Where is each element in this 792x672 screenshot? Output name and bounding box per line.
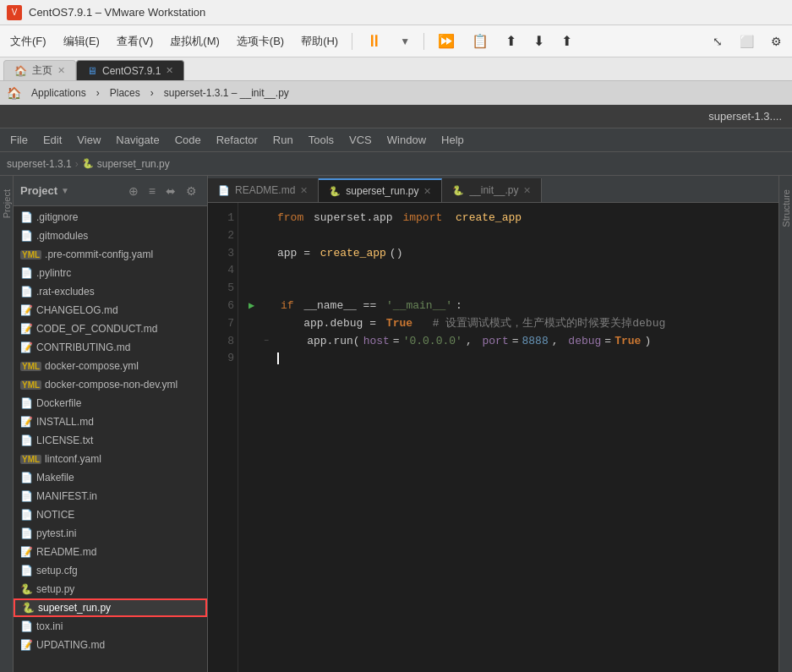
nav-places[interactable]: Places — [110, 87, 140, 99]
file-tree-item[interactable]: YMLdocker-compose.yml — [14, 357, 207, 375]
project-expand-icon[interactable]: ⬌ — [162, 183, 179, 199]
upload-icon[interactable]: ⬆ — [499, 30, 523, 52]
nav-applications[interactable]: Applications — [31, 87, 86, 99]
superset-run-tab-close[interactable]: ✕ — [423, 186, 431, 197]
file-tree-item[interactable]: 📄Makefile — [14, 468, 207, 487]
ide-tools[interactable]: Tools — [302, 130, 341, 150]
file-tree-item[interactable]: YMLdocker-compose-non-dev.yml — [14, 375, 207, 394]
project-locate-icon[interactable]: ⊕ — [125, 183, 142, 199]
project-dropdown-icon[interactable]: ▼ — [61, 186, 69, 195]
ide-vcs[interactable]: VCS — [342, 130, 379, 150]
file-tree-item[interactable]: YML.pre-commit-config.yaml — [14, 245, 207, 264]
upload2-icon[interactable]: ⬆ — [554, 30, 579, 52]
file-tree-item[interactable]: 📄Dockerfile — [14, 394, 207, 412]
fold-indicator[interactable]: − — [264, 335, 277, 348]
editor-area: 📄 README.md ✕ 🐍 superset_run.py ✕ 🐍 __in… — [208, 176, 778, 672]
md-icon: 📝 — [20, 639, 33, 651]
readme-tab-label: README.md — [235, 184, 295, 196]
file-tree-item[interactable]: YMLlintconf.yaml — [14, 450, 207, 468]
clipboard-icon[interactable]: 📋 — [465, 30, 495, 52]
breadcrumb-file-icon: 🐍 — [82, 158, 94, 169]
file-tree-item[interactable]: 📝CHANGELOG.md — [14, 301, 207, 320]
ide-edit[interactable]: Edit — [36, 130, 68, 150]
file-icon: 📄 — [20, 490, 33, 502]
file-tree-item[interactable]: 📄MANIFEST.in — [14, 487, 207, 505]
code-line-2 — [249, 227, 768, 245]
file-tree-item[interactable]: 📄LICENSE.txt — [14, 431, 207, 450]
file-tree-item[interactable]: 🐍setup.py — [14, 580, 207, 598]
file-tree-item[interactable]: 📄.gitignore — [14, 208, 207, 227]
home-tab-close[interactable]: ✕ — [57, 65, 65, 76]
readme-tab-close[interactable]: ✕ — [300, 185, 308, 196]
file-icon: 📄 — [20, 620, 33, 632]
structure-side-label[interactable]: Structure — [779, 183, 793, 234]
fullscreen-icon[interactable]: ⤡ — [706, 31, 729, 52]
file-tree-item[interactable]: 📄pytest.ini — [14, 524, 207, 543]
ide-window[interactable]: Window — [380, 130, 433, 150]
project-side-label[interactable]: Project — [0, 183, 14, 225]
project-settings-icon[interactable]: ⚙ — [183, 183, 200, 199]
file-tree-item[interactable]: 📄tox.ini — [14, 617, 207, 636]
ide-code[interactable]: Code — [168, 130, 208, 150]
file-tree-item[interactable]: 📝INSTALL.md — [14, 412, 207, 431]
resize-icon[interactable]: ⬜ — [733, 31, 761, 52]
download-icon[interactable]: ⬇ — [527, 30, 551, 52]
nav-file[interactable]: superset-1.3.1 – __init__.py — [164, 87, 289, 99]
ide-run[interactable]: Run — [266, 130, 300, 150]
centos-tab-icon: 🖥 — [87, 65, 97, 77]
file-tree-item[interactable]: 📄.gitmodules — [14, 227, 207, 245]
file-icon: 📄 — [20, 509, 33, 521]
ide-help[interactable]: Help — [434, 130, 471, 150]
file-tree-item[interactable]: 📝CONTRIBUTING.md — [14, 338, 207, 357]
file-tree-item[interactable]: 📝CODE_OF_CONDUCT.md — [14, 320, 207, 338]
ide-navigate[interactable]: Navigate — [109, 130, 166, 150]
file-name: .pre-commit-config.yaml — [45, 249, 153, 260]
init-tab-close[interactable]: ✕ — [523, 185, 531, 196]
menu-vm[interactable]: 虚拟机(M) — [163, 30, 227, 52]
centos-tab-close[interactable]: ✕ — [166, 65, 173, 76]
menu-edit[interactable]: 编辑(E) — [57, 30, 107, 52]
breadcrumb-project[interactable]: superset-1.3.1 — [7, 158, 72, 170]
arrow-dropdown[interactable]: ▼ — [393, 32, 417, 51]
file-tree-item[interactable]: 📝README.md — [14, 543, 207, 561]
code-line-7: app.debug = True # 设置调试模式，生产模式的时候要关掉debu… — [249, 315, 768, 333]
menu-tabs[interactable]: 选项卡(B) — [230, 30, 291, 52]
file-name: .pylintrc — [36, 267, 71, 279]
file-tree-item[interactable]: 📄.pylintrc — [14, 264, 207, 282]
settings-icon[interactable]: ⚙ — [764, 31, 789, 52]
menu-file[interactable]: 文件(F) — [3, 30, 53, 52]
file-name: NOTICE — [36, 509, 74, 521]
file-tree-item[interactable]: 📄setup.cfg — [14, 561, 207, 580]
tab-superset-run[interactable]: 🐍 superset_run.py ✕ — [319, 178, 442, 202]
init-tab-icon: 🐍 — [452, 185, 464, 196]
file-icon: 📄 — [20, 565, 33, 576]
file-tree-item[interactable]: 📝UPDATING.md — [14, 636, 207, 654]
ide-view[interactable]: View — [70, 130, 107, 150]
readme-tab-icon: 📄 — [218, 185, 230, 196]
ide-refactor[interactable]: Refactor — [210, 130, 265, 150]
tab-home[interactable]: 🏠 主页 ✕ — [3, 60, 76, 80]
tab-centos[interactable]: 🖥 CentOS7.9.1 ✕ — [76, 60, 184, 80]
code-content[interactable]: from superset.app import create_app app … — [238, 203, 778, 672]
tab-init[interactable]: 🐍 __init__.py ✕ — [442, 178, 542, 202]
toolbar-row: 文件(F) 编辑(E) 查看(V) 虚拟机(M) 选项卡(B) 帮助(H) ⏸ … — [0, 25, 792, 57]
centos-tab-label: CentOS7.9.1 — [102, 65, 161, 77]
file-tree-item[interactable]: 🐍superset_run.py — [14, 598, 207, 617]
menu-view[interactable]: 查看(V) — [110, 30, 160, 52]
yaml-icon: YML — [20, 250, 41, 260]
code-line-8: − app.run(host='0.0.0.0', port=8888, deb… — [249, 333, 768, 351]
file-tree-item[interactable]: 📄.rat-excludes — [14, 282, 207, 301]
menu-help[interactable]: 帮助(H) — [294, 30, 345, 52]
run-indicator[interactable]: ▶ — [249, 298, 260, 314]
ide-file[interactable]: File — [3, 130, 35, 150]
tab-readme[interactable]: 📄 README.md ✕ — [208, 178, 319, 202]
file-name: tox.ini — [36, 620, 63, 632]
pause-button[interactable]: ⏸ — [359, 28, 390, 54]
project-collapse-icon[interactable]: ≡ — [145, 183, 159, 199]
code-editor[interactable]: 1 2 3 4 5 6 7 8 9 from superset.app impo… — [208, 203, 778, 672]
file-name: lintconf.yaml — [45, 453, 101, 465]
md-icon: 📝 — [20, 341, 33, 353]
send-icon[interactable]: ⏩ — [431, 30, 462, 52]
file-tree-item[interactable]: 📄NOTICE — [14, 505, 207, 524]
code-line-3: app = create_app() — [249, 245, 768, 263]
